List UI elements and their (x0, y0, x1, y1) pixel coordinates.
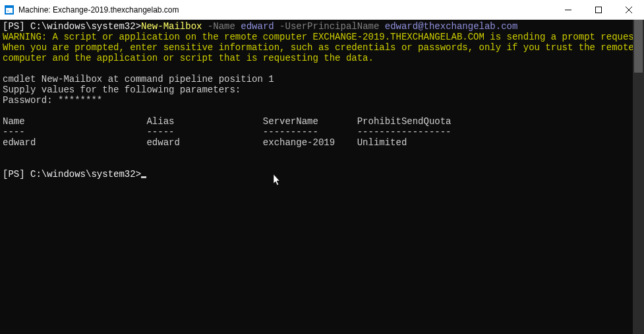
app-icon: >_ (4, 5, 15, 15)
mouse-cursor-icon (262, 164, 281, 189)
prompt-bracket: [PS] (3, 169, 25, 180)
param-name: -Name (202, 21, 235, 32)
console-wrapper: [PS] C:\windows\system32>New-Mailbox -Na… (0, 20, 644, 334)
svg-rect-2 (6, 7, 13, 8)
table-row: edward edward exchange-2019 Unlimited (3, 137, 407, 148)
text-cursor (141, 176, 146, 178)
warning-text: computer and the application or script t… (3, 53, 374, 63)
param-value-upn: edward@thexchangelab.com (379, 21, 517, 32)
cmdlet-name: New-Mailbox (141, 21, 202, 32)
warning-text: WARNING: A script or application on the … (3, 32, 633, 42)
supply-params: Supply values for the following paramete… (3, 84, 241, 95)
window-title: Machine: Exchange-2019.thexchangelab.com (18, 5, 553, 15)
cmdlet-position: cmdlet New-Mailbox at command pipeline p… (3, 74, 274, 84)
close-button[interactable] (614, 0, 644, 19)
prompt-path: C:\windows\system32> (25, 21, 141, 32)
scrollbar-thumb[interactable] (634, 20, 643, 73)
param-userprincipalname: -UserPrincipalName (274, 21, 380, 32)
window-titlebar: >_ Machine: Exchange-2019.thexchangelab.… (0, 0, 644, 20)
svg-rect-5 (596, 7, 602, 13)
svg-text:>_: >_ (7, 9, 12, 14)
vertical-scrollbar[interactable] (633, 20, 644, 334)
powershell-console[interactable]: [PS] C:\windows\system32>New-Mailbox -Na… (0, 20, 633, 334)
maximize-button[interactable] (583, 0, 614, 19)
warning-text: When you are prompted, enter sensitive i… (3, 42, 633, 53)
param-value: edward (235, 21, 274, 32)
window-controls (553, 0, 644, 19)
prompt-path: C:\windows\system32> (25, 169, 141, 180)
minimize-button[interactable] (553, 0, 583, 19)
table-separator: ---- ----- ---------- ----------------- (3, 127, 452, 137)
table-header: Name Alias ServerName ProhibitSendQuota (3, 116, 452, 127)
prompt-bracket: [PS] (3, 21, 25, 32)
password-prompt: Password: ******** (3, 95, 102, 106)
